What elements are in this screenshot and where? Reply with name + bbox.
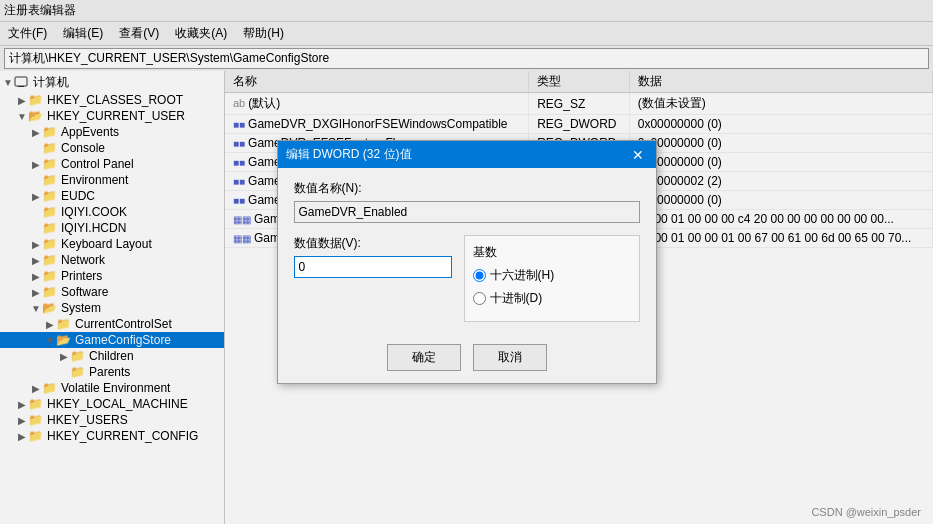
- radio-hex-option[interactable]: 十六进制(H): [473, 267, 631, 284]
- dialog-value-input[interactable]: [294, 256, 452, 278]
- dialog-base-title: 基数: [473, 244, 631, 261]
- radio-hex-input[interactable]: [473, 269, 486, 282]
- dialog-title: 编辑 DWORD (32 位)值: [286, 146, 412, 163]
- dialog-title-bar: 编辑 DWORD (32 位)值 ✕: [278, 141, 656, 168]
- dialog-value-label: 数值数据(V):: [294, 235, 452, 252]
- dialog-name-label: 数值名称(N):: [294, 180, 640, 197]
- dialog-base-section: 基数 十六进制(H) 十进制(D): [464, 235, 640, 322]
- dialog-value-section: 数值数据(V):: [294, 235, 452, 322]
- radio-dec-option[interactable]: 十进制(D): [473, 290, 631, 307]
- dialog-close-button[interactable]: ✕: [628, 147, 648, 163]
- radio-hex-label: 十六进制(H): [490, 267, 555, 284]
- dialog-body: 数值名称(N): 数值数据(V): 基数 十六进制(H) 十进制(D): [278, 168, 656, 334]
- radio-dec-input[interactable]: [473, 292, 486, 305]
- dialog-ok-button[interactable]: 确定: [387, 344, 461, 371]
- edit-dword-dialog: 编辑 DWORD (32 位)值 ✕ 数值名称(N): 数值数据(V): 基数 …: [277, 140, 657, 384]
- radio-dec-label: 十进制(D): [490, 290, 543, 307]
- dialog-row: 数值数据(V): 基数 十六进制(H) 十进制(D): [294, 235, 640, 322]
- dialog-cancel-button[interactable]: 取消: [473, 344, 547, 371]
- dialog-overlay: 编辑 DWORD (32 位)值 ✕ 数值名称(N): 数值数据(V): 基数 …: [0, 0, 933, 524]
- dialog-buttons: 确定 取消: [278, 334, 656, 383]
- dialog-name-input[interactable]: [294, 201, 640, 223]
